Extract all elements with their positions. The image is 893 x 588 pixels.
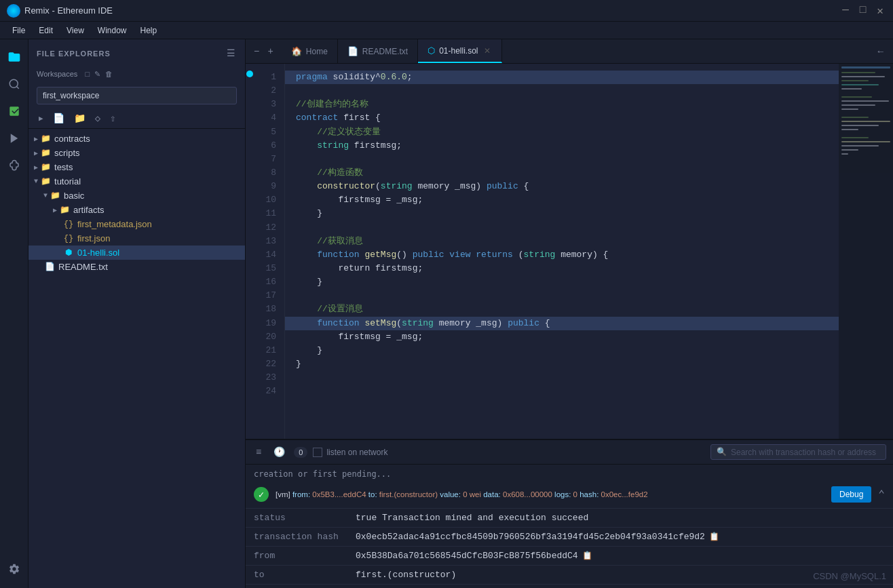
close-button[interactable]: ✕ — [874, 4, 886, 18]
tree-item-scripts[interactable]: ▶ 📁 scripts — [28, 146, 245, 160]
nav-deploy-icon[interactable] — [2, 126, 26, 151]
workspace-section: Workspaces □ ✎ 🗑 — [28, 67, 245, 87]
menu-file[interactable]: File — [5, 22, 32, 39]
svg-rect-16 — [841, 129, 858, 130]
console-initial-line: creation or first pending... — [246, 467, 893, 481]
copy-from-icon[interactable]: 📋 — [582, 551, 592, 561]
tx-detail-status-key: status — [254, 513, 349, 523]
code-line-17 — [296, 289, 828, 302]
ws-new-folder-icon[interactable]: 📁 — [72, 111, 88, 125]
ws-github-icon[interactable]: ◇ — [93, 111, 102, 125]
minimize-button[interactable]: — — [839, 4, 852, 18]
tx-detail-status-val: true Transaction mined and execution suc… — [356, 513, 885, 523]
menu-window[interactable]: Window — [91, 22, 134, 39]
workspace-edit-icon[interactable]: ✎ — [94, 70, 100, 78]
zoom-in-button[interactable]: + — [265, 45, 276, 58]
svg-rect-10 — [841, 100, 889, 102]
svg-line-1 — [16, 86, 18, 88]
tree-item-tutorial[interactable]: ▼ 📁 tutorial — [28, 174, 245, 189]
svg-rect-18 — [841, 141, 890, 142]
menu-view[interactable]: View — [60, 22, 91, 39]
line-num-15: 15 — [252, 262, 276, 275]
search-input[interactable] — [731, 448, 880, 457]
breakpoint-indicator — [246, 71, 253, 77]
line-num-5: 5 — [252, 125, 276, 139]
tree-item-tests[interactable]: ▶ 📁 tests — [28, 160, 245, 174]
maximize-button[interactable]: □ — [857, 4, 869, 18]
code-line-16: } — [296, 275, 828, 289]
svg-rect-12 — [841, 109, 858, 110]
sidebar-panel-icon[interactable]: ☰ — [225, 46, 237, 60]
tx-detail-to: to first.(constructor) — [246, 566, 893, 585]
tab-readme[interactable]: 📄 README.txt — [338, 39, 418, 63]
main-layout: FILE EXPLORERS ☰ Workspaces □ ✎ 🗑 first_… — [0, 39, 893, 588]
debug-button[interactable]: Debug — [831, 486, 871, 503]
code-line-20: firstmsg = _msg; — [296, 330, 828, 344]
tab-sol[interactable]: ⬡ 01-helli.sol ✕ — [418, 39, 501, 63]
sidebar: FILE EXPLORERS ☰ Workspaces □ ✎ 🗑 first_… — [28, 39, 246, 588]
clear-console-button[interactable]: ≡ — [252, 446, 265, 459]
panel-toggle-button[interactable]: ← — [874, 45, 888, 58]
nav-compile-icon[interactable] — [2, 99, 26, 123]
app-icon — [7, 4, 20, 18]
listen-toggle: listen on network — [313, 448, 387, 457]
line-num-22: 22 — [252, 357, 276, 371]
code-line-22: } — [296, 357, 828, 371]
nav-settings-icon[interactable] — [2, 557, 26, 581]
tree-item-01-helli-sol[interactable]: ⬢ 01-helli.sol — [28, 246, 245, 260]
line-num-23: 23 — [252, 371, 276, 385]
bottom-toolbar: ≡ 🕐 0 listen on network 🔍 — [246, 440, 893, 465]
nav-files-icon[interactable] — [2, 45, 26, 69]
menu-edit[interactable]: Edit — [32, 22, 60, 39]
code-content[interactable]: pragma solidity^0.6.0; //创建合约的名称 contrac… — [285, 64, 839, 439]
code-line-7 — [296, 153, 828, 166]
home-tab-icon: 🏠 — [291, 46, 302, 56]
nav-search-icon[interactable] — [2, 72, 26, 96]
line-num-4: 4 — [252, 111, 276, 125]
editor-area: − + 🏠 Home 📄 README.txt ⬡ 01-helli.sol ✕… — [246, 39, 893, 588]
listen-checkbox[interactable] — [313, 448, 322, 457]
ws-upload-icon[interactable]: ⇧ — [108, 111, 117, 125]
tree-item-contracts[interactable]: ▶ 📁 contracts — [28, 132, 245, 146]
workspace-delete-icon[interactable]: 🗑 — [105, 70, 113, 78]
tx-hash-label: hash: — [580, 490, 601, 498]
expand-tx-button[interactable]: ⌃ — [878, 488, 885, 501]
ws-new-file-icon[interactable]: 📄 — [51, 111, 66, 125]
tx-logs-val: 0 — [573, 490, 577, 498]
breakpoint-dot[interactable] — [246, 71, 253, 77]
nav-debug-icon[interactable] — [2, 153, 26, 178]
tree-item-basic[interactable]: ▼ 📁 basic — [28, 189, 245, 203]
svg-rect-20 — [841, 149, 858, 151]
tx-hash-val: 0x0ec...fe9d2 — [601, 490, 648, 498]
ws-expand-icon[interactable]: ▶ — [37, 113, 45, 124]
code-line-18: //设置消息 — [296, 302, 828, 316]
line-num-20: 20 — [252, 330, 276, 344]
menu-help[interactable]: Help — [134, 22, 164, 39]
copy-hash-icon[interactable]: 📋 — [709, 532, 719, 542]
svg-rect-7 — [841, 84, 879, 85]
workspace-select[interactable]: first_workspace — [37, 87, 237, 104]
tab-sol-close-button[interactable]: ✕ — [482, 45, 492, 56]
tx-detail-status: status true Transaction mined and execut… — [246, 509, 893, 528]
tx-from-label: from: — [292, 490, 312, 498]
tx-from-full-val: 0x5B38Da6a701c568545dCfcB03FcB875f56bedd… — [356, 551, 578, 561]
svg-rect-17 — [841, 137, 869, 138]
svg-point-0 — [10, 79, 18, 87]
workspace-new-icon[interactable]: □ — [85, 70, 90, 78]
svg-rect-8 — [841, 88, 862, 90]
line-num-16: 16 — [252, 275, 276, 289]
workspace-label: Workspaces □ ✎ 🗑 — [37, 70, 237, 79]
titlebar: Remix - Ethereum IDE — □ ✕ — [0, 0, 893, 22]
code-line-5: //定义状态变量 — [296, 125, 828, 139]
tree-item-artifacts[interactable]: ▶ 📁 artifacts — [28, 203, 245, 217]
tx-detail-from-val: 0x5B38Da6a701c568545dCfcB03FcB875f56bedd… — [356, 551, 885, 561]
tree-item-readme[interactable]: 📄 README.txt — [28, 260, 245, 274]
tx-detail-to-key: to — [254, 570, 349, 580]
code-line-6: string firstmsg; — [296, 139, 828, 153]
tree-item-first-json[interactable]: {} first.json — [28, 231, 245, 246]
tree-item-first-metadata[interactable]: {} first_metadata.json — [28, 217, 245, 231]
history-button[interactable]: 🕐 — [270, 445, 288, 459]
zoom-out-button[interactable]: − — [251, 45, 262, 58]
tab-home[interactable]: 🏠 Home — [282, 39, 338, 63]
code-editor: 1 2 3 4 5 6 7 8 9 10 11 12 13 14 15 16 1… — [246, 64, 893, 439]
